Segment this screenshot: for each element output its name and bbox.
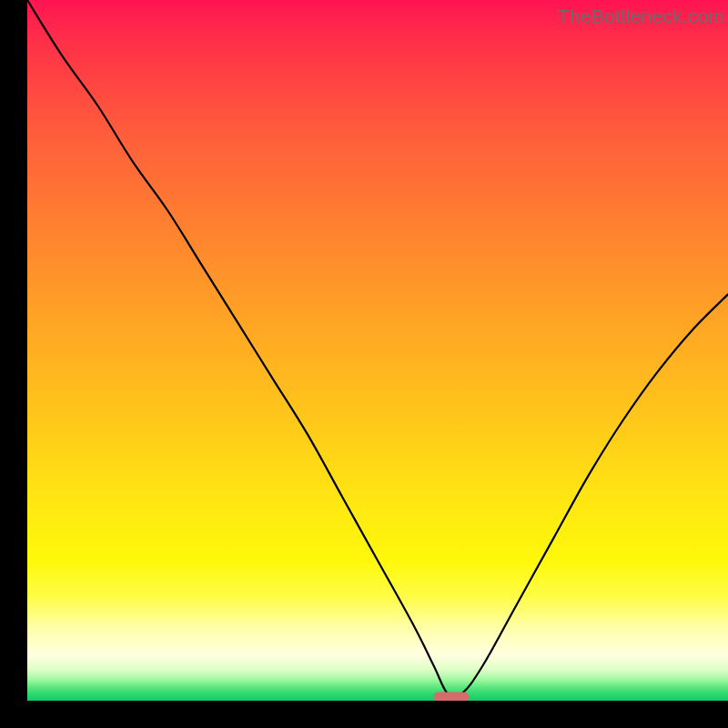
plot-area: TheBottleneck.com — [27, 0, 728, 701]
watermark-text: TheBottleneck.com — [558, 5, 724, 27]
optimal-marker — [434, 693, 469, 701]
bottleneck-curve — [27, 0, 728, 697]
chart-overlay — [27, 0, 728, 701]
chart-frame: TheBottleneck.com — [0, 0, 728, 728]
